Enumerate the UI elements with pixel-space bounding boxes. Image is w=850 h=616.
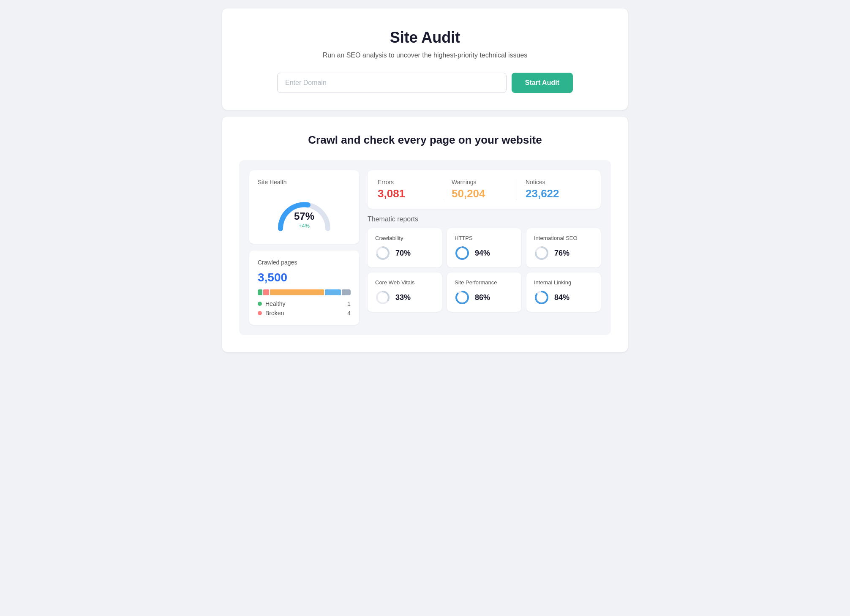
metric-percent-5: 84% <box>554 293 569 302</box>
thematic-metric-1: 94% <box>455 245 514 261</box>
bar-warnings <box>270 289 324 295</box>
errors-block: Errors 3,081 <box>378 179 443 200</box>
warnings-value: 50,204 <box>452 187 508 200</box>
thematic-card-title-1: HTTPS <box>455 235 514 241</box>
crawled-legend: Healthy 1 Broken 4 <box>258 300 351 316</box>
thematic-card-1: HTTPS 94% <box>447 228 521 267</box>
legend-broken: Broken 4 <box>258 310 351 316</box>
section-title: Crawl and check every page on your websi… <box>239 134 611 147</box>
crawled-pages-label: Crawled pages <box>258 259 351 266</box>
errors-label: Errors <box>378 179 434 185</box>
gauge-percent: 57% <box>294 211 314 222</box>
metric-percent-1: 94% <box>475 249 490 258</box>
site-health-card: Site Health 57% +4% <box>249 170 359 244</box>
donut-5 <box>534 290 549 305</box>
bar-other <box>342 289 351 295</box>
warnings-label: Warnings <box>452 179 508 185</box>
legend-healthy: Healthy 1 <box>258 300 351 307</box>
thematic-metric-3: 33% <box>375 290 434 305</box>
notices-value: 23,622 <box>526 187 582 200</box>
search-row: Start Audit <box>277 73 573 93</box>
thematic-card-3: Core Web Vitals 33% <box>368 273 442 312</box>
thematic-card-title-0: Crawlability <box>375 235 434 241</box>
thematic-card-title-4: Site Performance <box>455 279 514 286</box>
svg-point-9 <box>456 292 468 303</box>
thematic-card-title-2: International SEO <box>534 235 593 241</box>
thematic-metric-4: 86% <box>455 290 514 305</box>
page-subtitle: Run an SEO analysis to uncover the highe… <box>239 52 611 59</box>
metric-percent-4: 86% <box>475 293 490 302</box>
thematic-card-4: Site Performance 86% <box>447 273 521 312</box>
thematic-metric-5: 84% <box>534 290 593 305</box>
gauge-center: 57% +4% <box>294 211 314 229</box>
bottom-card: Crawl and check every page on your websi… <box>222 117 628 352</box>
legend-label-healthy: Healthy <box>265 300 285 307</box>
thematic-metric-2: 76% <box>534 245 593 261</box>
svg-point-3 <box>456 247 468 259</box>
legend-count-broken: 4 <box>347 310 351 316</box>
warnings-block: Warnings 50,204 <box>443 179 517 200</box>
crawled-pages-card: Crawled pages 3,500 Healthy 1 <box>249 251 359 325</box>
errors-value: 3,081 <box>378 187 434 200</box>
donut-1 <box>455 245 470 261</box>
page-wrapper: Site Audit Run an SEO analysis to uncove… <box>222 8 628 352</box>
donut-2 <box>534 245 549 261</box>
top-card: Site Audit Run an SEO analysis to uncove… <box>222 8 628 110</box>
thematic-title: Thematic reports <box>368 215 601 223</box>
legend-count-healthy: 1 <box>347 300 351 307</box>
donut-svg-5 <box>534 290 549 305</box>
dashboard-panel: Site Health 57% +4% <box>239 160 611 335</box>
notices-label: Notices <box>526 179 582 185</box>
legend-dot-broken <box>258 311 262 315</box>
gauge-change: +4% <box>299 223 310 229</box>
metric-percent-3: 33% <box>395 293 411 302</box>
thematic-card-2: International SEO 76% <box>526 228 601 267</box>
bar-broken <box>263 289 270 295</box>
left-column: Site Health 57% +4% <box>249 170 359 325</box>
thematic-card-0: Crawlability 70% <box>368 228 442 267</box>
bar-healthy <box>258 289 262 295</box>
page-title: Site Audit <box>239 29 611 46</box>
thematic-metric-0: 70% <box>375 245 434 261</box>
domain-input[interactable] <box>277 73 507 93</box>
thematic-card-5: Internal Linking 84% <box>526 273 601 312</box>
donut-4 <box>455 290 470 305</box>
metric-percent-2: 76% <box>554 249 569 258</box>
legend-dot-healthy <box>258 302 262 306</box>
gauge-container: 57% +4% <box>258 191 351 237</box>
thematic-grid: Crawlability 70% HTTPS <box>368 228 601 312</box>
legend-label-broken: Broken <box>265 310 284 316</box>
bar-notices <box>325 289 341 295</box>
donut-svg-1 <box>455 245 470 261</box>
donut-svg-4 <box>455 290 470 305</box>
crawled-bar-chart <box>258 289 351 295</box>
start-audit-button[interactable]: Start Audit <box>512 73 573 93</box>
donut-svg-0 <box>375 245 390 261</box>
site-health-label: Site Health <box>258 179 351 185</box>
donut-0 <box>375 245 390 261</box>
metric-percent-0: 70% <box>395 249 411 258</box>
thematic-reports-section: Thematic reports Crawlability 70% HTTPS <box>368 215 601 312</box>
thematic-card-title-5: Internal Linking <box>534 279 593 286</box>
donut-3 <box>375 290 390 305</box>
notices-block: Notices 23,622 <box>517 179 591 200</box>
stats-card: Errors 3,081 Warnings 50,204 Notices 23,… <box>368 170 601 209</box>
donut-svg-3 <box>375 290 390 305</box>
donut-svg-2 <box>534 245 549 261</box>
thematic-card-title-3: Core Web Vitals <box>375 279 434 286</box>
crawled-pages-value: 3,500 <box>258 271 351 284</box>
right-column: Errors 3,081 Warnings 50,204 Notices 23,… <box>368 170 601 325</box>
